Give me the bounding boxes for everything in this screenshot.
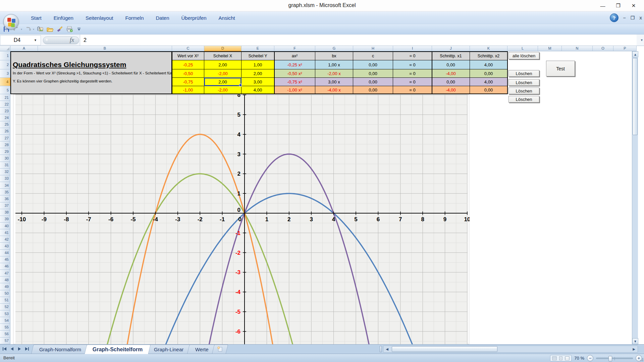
tab-split-handle[interactable] — [380, 346, 382, 352]
test-button[interactable]: Test — [546, 61, 575, 76]
table-cell[interactable]: -0,25 x² — [274, 60, 315, 69]
format-painter-icon[interactable] — [56, 25, 63, 33]
column-header-L[interactable]: L — [507, 46, 538, 51]
table-header-cell[interactable]: bx — [315, 51, 353, 60]
row-header-37[interactable]: 37 — [0, 202, 10, 209]
resize-grip[interactable] — [639, 357, 644, 362]
horizontal-scroll-thumb[interactable] — [392, 346, 497, 352]
row-header-43[interactable]: 43 — [0, 243, 10, 249]
vertical-scrollbar[interactable]: ▲ ▼ — [632, 51, 638, 344]
row-header-52[interactable]: 52 — [0, 304, 10, 310]
sheet-tab-graph-scheitelform[interactable]: Graph-Scheitelform — [85, 345, 151, 354]
sheet-tab-graph-linear[interactable]: Graph-Linear — [146, 345, 192, 354]
row-header-49[interactable]: 49 — [0, 283, 10, 290]
column-header-C[interactable]: C — [172, 46, 204, 51]
row-header-29[interactable]: 29 — [0, 148, 10, 155]
zoom-out-icon[interactable]: − — [587, 355, 593, 361]
table-cell[interactable]: = 0 — [393, 69, 432, 78]
row-header-1[interactable]: 1 — [0, 51, 10, 60]
column-header-B[interactable]: B — [38, 46, 172, 51]
row-header-28[interactable]: 28 — [0, 141, 10, 148]
column-header-K[interactable]: K — [470, 46, 507, 51]
table-cell[interactable]: 0,00 — [470, 86, 507, 94]
row-header-36[interactable]: 36 — [0, 195, 10, 202]
next-sheet-icon[interactable] — [16, 346, 23, 352]
column-header-M[interactable]: M — [538, 46, 562, 51]
table-cell[interactable]: -0,75 — [172, 78, 204, 86]
column-header-G[interactable]: G — [315, 46, 353, 51]
scroll-right-icon[interactable]: ▶ — [631, 346, 637, 352]
last-sheet-icon[interactable] — [23, 346, 30, 352]
row-header-30[interactable]: 30 — [0, 155, 10, 162]
customize-qat-icon[interactable] — [75, 25, 83, 33]
table-header-cell[interactable]: Wert vor X² — [172, 51, 204, 60]
column-header-O[interactable]: O — [593, 46, 613, 51]
table-cell[interactable]: -2,00 — [204, 86, 241, 94]
vertical-scroll-thumb[interactable] — [633, 58, 638, 135]
office-button[interactable] — [3, 14, 19, 29]
table-cell[interactable]: -2,00 — [204, 69, 241, 78]
table-cell[interactable]: -0,25 — [172, 60, 204, 69]
row-header-53[interactable]: 53 — [0, 310, 10, 317]
row-header-39[interactable]: 39 — [0, 216, 10, 223]
restore-workbook-icon[interactable]: ❐ — [631, 15, 635, 20]
table-cell[interactable]: -1,00 x² — [274, 86, 315, 94]
table-cell[interactable]: 0,00 — [353, 78, 393, 86]
table-header-cell[interactable]: Schnittp. x2 — [470, 51, 507, 60]
column-header-N[interactable]: N — [562, 46, 593, 51]
row-header-57[interactable]: 57 — [0, 338, 10, 344]
table-cell[interactable]: -4,00 — [432, 69, 470, 78]
table-cell[interactable]: -0,50 — [172, 69, 204, 78]
table-cell[interactable]: -2,00 x — [315, 69, 353, 78]
parabola-chart[interactable]: -10-9-8-7-6-5-4-3-2-1012345678910-6-5-4-… — [13, 94, 469, 344]
table-cell[interactable]: = 0 — [393, 78, 432, 86]
table-cell[interactable]: 0,00 — [432, 78, 470, 86]
row-header-40[interactable]: 40 — [0, 223, 10, 229]
row-header-55[interactable]: 55 — [0, 324, 10, 330]
table-header-cell[interactable]: ax² — [274, 51, 315, 60]
loeschen-button-row2[interactable]: Löschen — [508, 70, 539, 77]
row-header-44[interactable]: 44 — [0, 250, 10, 256]
table-cell[interactable]: 4,00 — [470, 78, 507, 86]
table-cell[interactable]: 3,00 — [241, 78, 274, 86]
table-cell[interactable]: -4,00 x — [315, 86, 353, 94]
scroll-down-icon[interactable]: ▼ — [632, 338, 638, 344]
row-header-24[interactable]: 24 — [0, 114, 10, 121]
minimize-window-button[interactable]: ― — [595, 0, 610, 11]
help-icon[interactable]: ? — [610, 13, 619, 22]
insert-worksheet-tab[interactable] — [212, 345, 228, 354]
table-cell[interactable]: -1,00 — [172, 86, 204, 94]
loeschen-button-row3[interactable]: Löschen — [508, 79, 539, 86]
minimize-workbook-icon[interactable]: – — [623, 15, 626, 20]
row-header-32[interactable]: 32 — [0, 169, 10, 175]
print-icon[interactable] — [66, 25, 73, 33]
table-header-cell[interactable]: Scheitel X — [204, 51, 241, 60]
table-header-cell[interactable]: c — [353, 51, 393, 60]
row-header-21[interactable]: 21 — [0, 94, 10, 101]
row-header-41[interactable]: 41 — [0, 229, 10, 236]
name-box-dropdown-icon[interactable]: ▼ — [34, 39, 41, 42]
table-cell[interactable]: = 0 — [393, 60, 432, 69]
row-header-46[interactable]: 46 — [0, 263, 10, 270]
table-cell[interactable]: 0,00 — [353, 69, 393, 78]
row-header-23[interactable]: 23 — [0, 108, 10, 114]
table-cell[interactable]: 4,00 — [241, 86, 274, 94]
row-header-50[interactable]: 50 — [0, 290, 10, 297]
column-header-E[interactable]: E — [241, 46, 274, 51]
row-header-33[interactable]: 33 — [0, 175, 10, 182]
row-header-38[interactable]: 38 — [0, 209, 10, 216]
column-header-I[interactable]: I — [393, 46, 432, 51]
row-header-51[interactable]: 51 — [0, 297, 10, 304]
close-workbook-icon[interactable]: x — [639, 15, 642, 20]
table-cell[interactable]: 0,00 — [470, 69, 507, 78]
alle-loeschen-button[interactable]: alle löschen — [508, 52, 539, 59]
ribbon-tab-einfügen[interactable]: Einfügen — [48, 13, 79, 23]
formula-input[interactable]: 2 — [80, 35, 637, 46]
table-header-cell[interactable]: = 0 — [393, 51, 432, 60]
row-header-45[interactable]: 45 — [0, 256, 10, 263]
column-header-F[interactable]: F — [274, 46, 315, 51]
table-cell[interactable]: 1,00 — [241, 60, 274, 69]
scroll-left-icon[interactable]: ◀ — [384, 346, 390, 352]
normal-view-icon[interactable] — [551, 356, 557, 361]
row-header-31[interactable]: 31 — [0, 162, 10, 169]
